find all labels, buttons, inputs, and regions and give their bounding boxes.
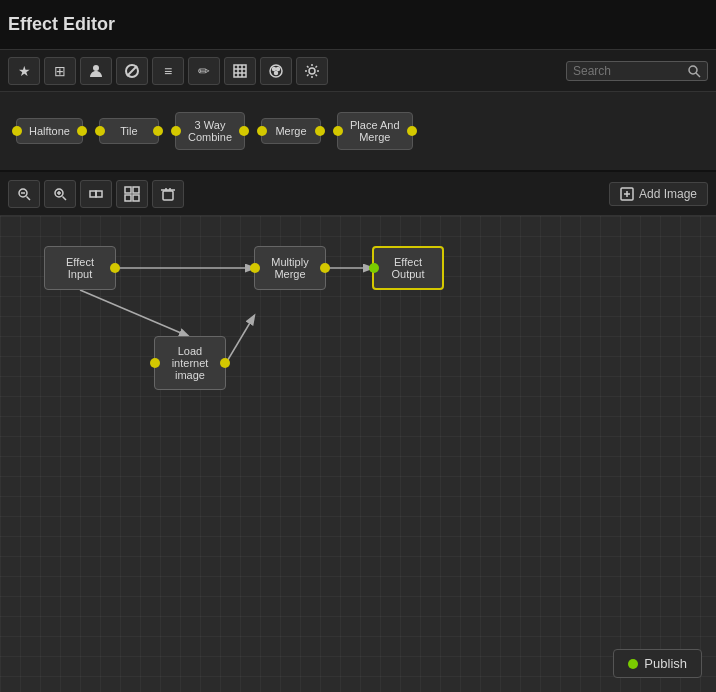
graph-canvas[interactable]: EffectInput MultiplyMerge EffectOutput L… xyxy=(0,216,716,692)
lines-button[interactable]: ≡ xyxy=(152,57,184,85)
node-input-dot xyxy=(171,126,181,136)
node-output-connector xyxy=(110,263,120,273)
svg-line-17 xyxy=(307,66,309,68)
svg-line-19 xyxy=(316,66,318,68)
svg-line-27 xyxy=(63,196,67,200)
app-title: Effect Editor xyxy=(8,14,115,35)
pencil-button[interactable]: ✏ xyxy=(188,57,220,85)
svg-rect-33 xyxy=(133,187,139,193)
svg-line-44 xyxy=(80,290,188,336)
search-input[interactable] xyxy=(573,64,683,78)
svg-point-11 xyxy=(275,71,278,74)
svg-rect-34 xyxy=(125,195,131,201)
palette-node-tile[interactable]: Tile xyxy=(99,118,159,144)
svg-point-10 xyxy=(277,67,280,70)
add-image-button[interactable]: Add Image xyxy=(609,182,708,206)
node-output-dot xyxy=(239,126,249,136)
add-image-icon xyxy=(620,187,634,201)
zoom-in-button[interactable] xyxy=(44,180,76,208)
node-input-dot xyxy=(12,126,22,136)
node-input-connector xyxy=(150,358,160,368)
svg-rect-31 xyxy=(96,191,102,197)
search-box[interactable] xyxy=(566,61,708,81)
palette-node-halftone[interactable]: Halftone xyxy=(16,118,83,144)
node-input-connector xyxy=(369,263,379,273)
graph-node-multiply-merge[interactable]: MultiplyMerge xyxy=(254,246,326,290)
grid-small-button[interactable]: ⊞ xyxy=(44,57,76,85)
svg-line-24 xyxy=(27,196,31,200)
node-output-dot xyxy=(77,126,87,136)
publish-status-dot xyxy=(628,659,638,669)
group-button[interactable] xyxy=(116,180,148,208)
svg-line-1 xyxy=(127,66,137,76)
graph-node-effect-input[interactable]: EffectInput xyxy=(44,246,116,290)
toolbar: ★ ⊞ ≡ ✏ xyxy=(0,50,716,92)
publish-button[interactable]: Publish xyxy=(613,649,702,678)
palette-node-merge[interactable]: Merge xyxy=(261,118,321,144)
node-output-connector xyxy=(320,263,330,273)
node-palette: Halftone Tile 3 WayCombine Merge Place A… xyxy=(0,92,716,172)
svg-rect-3 xyxy=(234,65,246,77)
node-label: MultiplyMerge xyxy=(271,256,308,280)
slash-button[interactable] xyxy=(116,57,148,85)
hashtag-button[interactable] xyxy=(224,57,256,85)
node-label: EffectInput xyxy=(66,256,94,280)
zoom-out-button[interactable] xyxy=(8,180,40,208)
star-button[interactable]: ★ xyxy=(8,57,40,85)
add-image-label: Add Image xyxy=(639,187,697,201)
graph-node-load-internet-image[interactable]: Loadinternetimage xyxy=(154,336,226,390)
svg-line-18 xyxy=(316,74,318,76)
node-input-dot xyxy=(257,126,267,136)
node-input-connector xyxy=(250,263,260,273)
node-output-connector xyxy=(220,358,230,368)
svg-point-9 xyxy=(273,67,276,70)
fit-button[interactable] xyxy=(80,180,112,208)
palette-node-3way-combine[interactable]: 3 WayCombine xyxy=(175,112,245,150)
search-icon xyxy=(687,64,701,78)
second-toolbar: Add Image xyxy=(0,172,716,216)
svg-rect-32 xyxy=(125,187,131,193)
node-output-dot xyxy=(407,126,417,136)
publish-label: Publish xyxy=(644,656,687,671)
svg-line-22 xyxy=(696,73,700,77)
node-output-dot xyxy=(315,126,325,136)
palette-node-place-and-merge[interactable]: Place AndMerge xyxy=(337,112,413,150)
svg-rect-36 xyxy=(163,191,173,200)
palette-button[interactable] xyxy=(260,57,292,85)
svg-point-0 xyxy=(93,65,99,71)
svg-line-45 xyxy=(226,316,254,363)
svg-rect-30 xyxy=(90,191,96,197)
svg-point-12 xyxy=(309,68,315,74)
person-button[interactable] xyxy=(80,57,112,85)
graph-node-effect-output[interactable]: EffectOutput xyxy=(372,246,444,290)
node-label: EffectOutput xyxy=(391,256,424,280)
node-label: Loadinternetimage xyxy=(172,345,209,381)
sun-button[interactable] xyxy=(296,57,328,85)
svg-line-20 xyxy=(307,74,309,76)
node-input-dot xyxy=(333,126,343,136)
svg-rect-35 xyxy=(133,195,139,201)
top-bar: Effect Editor xyxy=(0,0,716,50)
trash-button[interactable] xyxy=(152,180,184,208)
node-output-dot xyxy=(153,126,163,136)
node-input-dot xyxy=(95,126,105,136)
svg-point-21 xyxy=(689,66,697,74)
